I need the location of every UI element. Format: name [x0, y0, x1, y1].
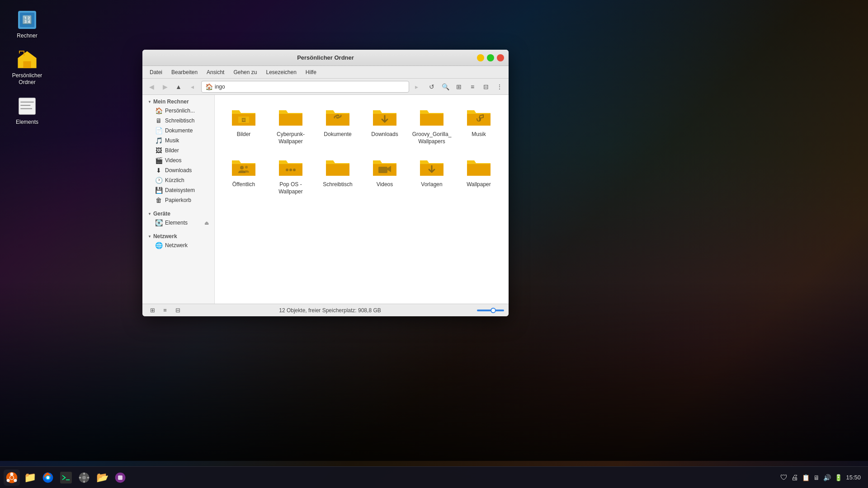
file-item-videos[interactable]: Videos	[363, 152, 406, 199]
sidebar-elements-icon: 💽	[155, 219, 162, 226]
file-item-dokumente[interactable]: Dokumente	[316, 102, 359, 149]
statusbar-btn-3[interactable]: ⊟	[172, 306, 183, 315]
sidebar-section-mein-rechner: ▼ Mein Rechner 🏠 Persönlich... 🖥 Schreib…	[142, 97, 214, 205]
view-list-button[interactable]: ≡	[466, 80, 479, 93]
file-item-wallpaper[interactable]: Wallpaper	[457, 152, 500, 199]
file-item-pop-os[interactable]: Pop OS -Wallpaper	[269, 152, 312, 199]
prev-button[interactable]: ◂	[186, 80, 198, 93]
file-item-schreibtisch[interactable]: Schreibtisch	[316, 152, 359, 199]
sidebar: ▼ Mein Rechner 🏠 Persönlich... 🖥 Schreib…	[142, 95, 215, 304]
minimize-button[interactable]	[477, 54, 484, 61]
printer-icon: 🖨	[791, 474, 798, 482]
eject-button[interactable]: ⏏	[204, 220, 209, 226]
svg-rect-4	[19, 98, 36, 114]
taskbar-files[interactable]: 📁	[22, 469, 38, 486]
taskbar-ubuntu[interactable]	[4, 469, 20, 486]
sidebar-item-dateisystem[interactable]: 💾 Dateisystem	[144, 185, 212, 195]
menu-ansicht[interactable]: Ansicht	[203, 68, 228, 76]
taskbar-settings[interactable]	[76, 469, 92, 486]
desktop-icon-elements[interactable]: Elements	[9, 95, 45, 126]
location-bar[interactable]: 🏠 ingo	[201, 81, 409, 93]
taskbar-app[interactable]	[112, 469, 128, 486]
maximize-button[interactable]	[487, 54, 494, 61]
zoom-slider[interactable]	[477, 310, 504, 311]
svg-point-19	[14, 479, 17, 482]
menu-lesezeichen[interactable]: Lesezeichen	[262, 68, 300, 76]
elements-label: Elements	[16, 119, 38, 126]
svg-point-12	[286, 169, 288, 171]
up-button[interactable]: ▲	[172, 80, 185, 93]
sidebar-item-kuerzelich[interactable]: 🕐 Kürzlich	[144, 175, 212, 185]
view-icons-button[interactable]: ⊞	[453, 80, 465, 93]
statusbar-btn-2[interactable]: ≡	[160, 306, 170, 315]
file-item-vorlagen[interactable]: Vorlagen	[410, 152, 453, 199]
desktop-icon-home[interactable]: PersönlicherOrdner	[9, 49, 45, 86]
desktop-icon-rechner[interactable]: 🔢 Rechner	[9, 9, 45, 40]
reload-button[interactable]: ↺	[425, 80, 438, 93]
statusbar-btn-1[interactable]: ⊞	[147, 306, 158, 315]
sidebar-item-schreibtisch[interactable]: 🖥 Schreibtisch	[144, 116, 212, 126]
svg-point-14	[293, 169, 296, 171]
taskbar-right: 🛡 🖨 📋 🖥 🔊 🔋 15:50	[780, 474, 864, 482]
search-button[interactable]: 🔍	[439, 80, 452, 93]
sidebar-item-dokumente[interactable]: 📄 Dokumente	[144, 126, 212, 136]
sidebar-dateisystem-icon: 💾	[155, 187, 162, 194]
view-extra-button[interactable]: ⋮	[493, 80, 506, 93]
menu-gehen-zu[interactable]: Gehen zu	[230, 68, 260, 76]
taskbar-filemanager2[interactable]: 📂	[94, 469, 110, 486]
file-item-downloads[interactable]: Downloads	[363, 102, 406, 149]
groovy-label: Groovy_Gorilla_Wallpapers	[412, 131, 452, 145]
taskbar-terminal[interactable]	[58, 469, 74, 486]
file-item-oeffentlich[interactable]: Öffentlich	[222, 152, 265, 199]
svg-text:🖼: 🖼	[241, 117, 246, 122]
file-item-musik[interactable]: Musik	[457, 102, 500, 149]
cyberpunk-folder-icon	[278, 106, 303, 129]
taskbar-firefox[interactable]	[40, 469, 56, 486]
file-item-bilder[interactable]: 🖼 Bilder	[222, 102, 265, 149]
sidebar-item-elements[interactable]: 💽 Elements ⏏	[144, 218, 212, 228]
files-area: 🖼 Bilder Cyberpunk-Wallpaper	[215, 95, 509, 304]
sidebar-section-netzwerk: ▼ Netzwerk 🌐 Netzwerk	[142, 231, 214, 250]
svg-rect-28	[83, 472, 85, 474]
sidebar-netzwerk-icon: 🌐	[155, 242, 162, 249]
sidebar-item-netzwerk[interactable]: 🌐 Netzwerk	[144, 240, 212, 250]
zoom-thumb[interactable]	[491, 308, 496, 313]
view-compact-button[interactable]: ⊟	[480, 80, 492, 93]
statusbar: ⊞ ≡ ⊟ 12 Objekte, freier Speicherplatz: …	[142, 304, 509, 316]
svg-rect-33	[118, 475, 123, 480]
sidebar-item-downloads[interactable]: ⬇ Downloads	[144, 165, 212, 175]
toolbar: ◀ ▶ ▲ ◂ 🏠 ingo ▸ ↺ 🔍 ⊞ ≡ ⊟ ⋮	[142, 79, 509, 95]
back-button[interactable]: ◀	[145, 80, 158, 93]
svg-point-20	[10, 475, 14, 479]
svg-rect-29	[83, 480, 85, 483]
volume-icon: 🔊	[823, 474, 831, 481]
file-manager-window: Persönlicher Ordner Datei Bearbeiten Ans…	[142, 50, 509, 316]
clipboard-icon: 📋	[802, 474, 810, 481]
menu-hilfe[interactable]: Hilfe	[302, 68, 320, 76]
sidebar-item-videos[interactable]: 🎬 Videos	[144, 155, 212, 165]
musik-label: Musik	[472, 131, 486, 138]
home-folder-label: PersönlicherOrdner	[12, 72, 42, 86]
menu-datei[interactable]: Datei	[146, 68, 166, 76]
window-controls	[477, 54, 504, 61]
vorlagen-folder-icon	[419, 156, 444, 179]
wallpaper-folder-icon	[466, 156, 491, 179]
sidebar-item-bilder[interactable]: 🖼 Bilder	[144, 145, 212, 155]
svg-rect-24	[60, 472, 72, 483]
titlebar: Persönlicher Ordner	[142, 50, 509, 66]
file-item-groovy[interactable]: Groovy_Gorilla_Wallpapers	[410, 102, 453, 149]
window-title: Persönlicher Ordner	[297, 54, 354, 61]
svg-point-13	[289, 169, 292, 171]
forward-button[interactable]: ▶	[159, 80, 171, 93]
sidebar-item-musik[interactable]: 🎵 Musik	[144, 136, 212, 145]
next-location-button[interactable]: ▸	[410, 80, 423, 93]
menu-bearbeiten[interactable]: Bearbeiten	[168, 68, 201, 76]
schreibtisch-folder-icon	[325, 156, 350, 179]
close-button[interactable]	[497, 54, 504, 61]
file-item-cyberpunk[interactable]: Cyberpunk-Wallpaper	[269, 102, 312, 149]
videos-folder-icon	[372, 156, 397, 179]
sidebar-item-persoenlich[interactable]: 🏠 Persönlich...	[144, 106, 212, 116]
sidebar-item-papierkorb[interactable]: 🗑 Papierkorb	[144, 195, 212, 205]
svg-point-17	[10, 472, 14, 475]
desktop-icons-area: 🔢 Rechner PersönlicherOrdner Elements	[9, 9, 45, 126]
